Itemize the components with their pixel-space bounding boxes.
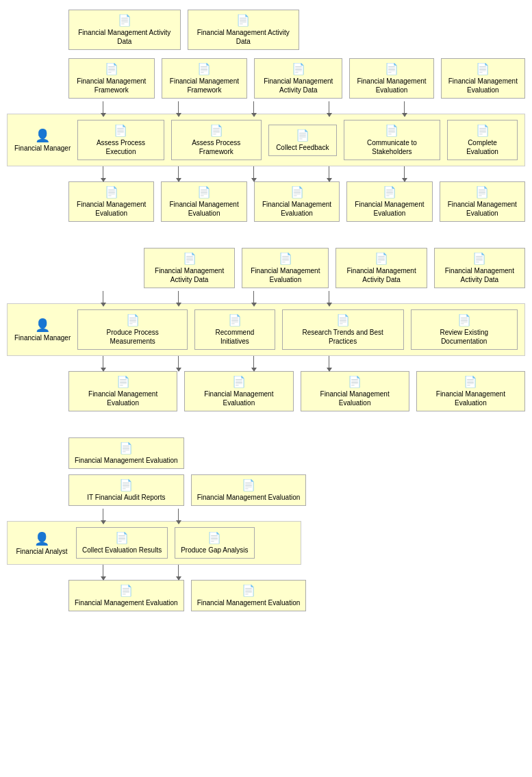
arrow-col xyxy=(294,356,363,368)
task-label: Recommend Initiatives xyxy=(201,328,269,346)
arrow-down xyxy=(253,291,254,303)
tasks: 📄 Assess Process Execution 📄 Assess Proc… xyxy=(77,120,518,160)
data-label: Financial Management Evaluation xyxy=(353,200,426,218)
data-label: Financial Management Evaluation xyxy=(260,200,333,218)
data-label: Financial Management Evaluation xyxy=(75,598,178,607)
task-collect-evaluation-results[interactable]: 📄 Collect Evaluation Results xyxy=(76,527,168,559)
section2-output-items: 📄 Financial Management Evaluation 📄 Fina… xyxy=(68,371,525,411)
document-icon: 📄 xyxy=(105,62,118,75)
data-label: Financial Management Activity Data xyxy=(260,77,336,94)
arrow-down xyxy=(178,356,179,368)
document-icon: 📄 xyxy=(207,531,221,544)
data-label: Financial Management Activity Data xyxy=(342,266,420,284)
gap2 xyxy=(0,414,532,435)
data-box: 📄 Financial Management Evaluation xyxy=(191,580,307,611)
document-icon: 📄 xyxy=(457,314,471,327)
arrow-down xyxy=(329,356,329,368)
actor-icon: 👤 xyxy=(35,128,50,143)
arrow-down xyxy=(329,291,329,303)
actor-financial-analyst: 👤 Financial Analyst xyxy=(14,531,69,555)
data-label: Financial Management Activity Data xyxy=(75,28,175,46)
task-label: Assess Process Framework xyxy=(177,138,255,156)
data-label: Financial Management Evaluation xyxy=(355,77,427,94)
data-label: Financial Management Activity Data xyxy=(194,28,294,46)
section1-output-row1: 📄 Financial Management Evaluation 📄 Fina… xyxy=(7,179,525,225)
actor-financial-manager: 👤 Financial Manager xyxy=(14,128,71,152)
section3-output-row: 📄 Financial Management Evaluation 📄 Fina… xyxy=(7,577,525,614)
data-box: 📄 IT Financial Audit Reports xyxy=(68,474,184,506)
swimlane2: 👤 Financial Manager 📄 Produce Process Me… xyxy=(7,303,525,356)
section3-output-items: 📄 Financial Management Evaluation 📄 Fina… xyxy=(68,580,525,611)
document-icon: 📄 xyxy=(228,314,242,327)
arrow-col xyxy=(68,291,137,303)
diagram: 📄 Financial Management Activity Data 📄 F… xyxy=(0,0,532,635)
data-label: Financial Management Evaluation xyxy=(447,77,519,94)
arrow-down xyxy=(178,101,179,114)
data-label: Financial Management Evaluation xyxy=(307,390,403,407)
task-label: Collect Feedback xyxy=(276,143,329,152)
data-label: Financial Management Evaluation xyxy=(197,493,301,502)
arrow-down xyxy=(103,291,103,303)
document-icon: 📄 xyxy=(183,252,197,265)
section1-input-row1: 📄 Financial Management Activity Data 📄 F… xyxy=(7,7,525,53)
data-box: 📄 Financial Management Evaluation xyxy=(68,580,184,611)
arrow-down xyxy=(404,166,405,179)
task-label: Produce Process Measurements xyxy=(84,328,181,346)
data-box: 📄 Financial Management Evaluation xyxy=(254,181,340,222)
arrows-from-swimlane3 xyxy=(7,565,525,577)
arrow-col xyxy=(68,356,137,368)
document-icon: 📄 xyxy=(383,186,396,199)
document-icon: 📄 xyxy=(116,375,130,388)
task-label: Review Existing Documentation xyxy=(417,328,511,346)
document-icon: 📄 xyxy=(236,14,250,27)
task-assess-process-framework[interactable]: 📄 Assess Process Framework xyxy=(171,120,262,160)
task-assess-process-execution[interactable]: 📄 Assess Process Execution xyxy=(77,120,164,160)
bottom-gap xyxy=(0,614,532,628)
task-communicate-stakeholders[interactable]: 📄 Communicate to Stakeholders xyxy=(344,120,440,160)
section1-input-row2: 📄 Financial Management Framework 📄 Finan… xyxy=(7,55,525,101)
arrow-down xyxy=(329,166,329,179)
document-icon: 📄 xyxy=(279,252,292,265)
section1-input-items2: 📄 Financial Management Framework 📄 Finan… xyxy=(68,58,525,99)
data-box: 📄 Financial Management Activity Data xyxy=(68,10,181,50)
actor-icon: 👤 xyxy=(35,318,50,333)
document-icon: 📄 xyxy=(232,375,246,388)
arrow-col xyxy=(68,509,137,521)
arrow-down xyxy=(178,509,179,521)
data-box: 📄 Financial Management Evaluation xyxy=(68,371,177,411)
arrow-col xyxy=(144,291,212,303)
arrow-col xyxy=(144,101,212,114)
document-icon: 📄 xyxy=(475,186,489,199)
data-box: 📄 Financial Management Evaluation xyxy=(191,474,307,506)
arrow-col xyxy=(294,291,363,303)
actor-financial-manager-2: 👤 Financial Manager xyxy=(14,318,71,342)
data-label: Financial Management Evaluation xyxy=(197,598,301,607)
gap1 xyxy=(0,225,532,245)
task-complete-evaluation[interactable]: 📄 Complete Evaluation xyxy=(447,120,518,160)
actor-label: Financial Manager xyxy=(14,334,71,342)
task-produce-gap-analysis[interactable]: 📄 Produce Gap Analysis xyxy=(175,527,254,559)
data-label: Financial Management Evaluation xyxy=(75,456,178,465)
section2-input-items: 📄 Financial Management Activity Data 📄 F… xyxy=(68,248,525,288)
data-label: Financial Management Evaluation xyxy=(422,390,519,407)
swimlane3: 👤 Financial Analyst 📄 Collect Evaluation… xyxy=(7,521,301,565)
document-icon: 📄 xyxy=(375,252,388,265)
document-icon: 📄 xyxy=(197,186,211,199)
task-label: Produce Gap Analysis xyxy=(181,546,248,555)
section3-input-items: 📄 Financial Management Evaluation 📄 IT F… xyxy=(68,437,525,506)
task-collect-feedback[interactable]: 📄 Collect Feedback xyxy=(268,125,337,156)
arrow-col xyxy=(144,166,212,179)
stack-col0: 📄 Financial Management Evaluation 📄 IT F… xyxy=(68,437,184,506)
data-box: 📄 Financial Management Evaluation xyxy=(441,58,525,99)
data-box: 📄 Financial Management Evaluation xyxy=(184,371,293,411)
data-box: 📄 Financial Management Evaluation xyxy=(301,371,409,411)
task-research-trends[interactable]: 📄 Research Trends and Best Practices xyxy=(282,309,404,350)
task-produce-process-measurements[interactable]: 📄 Produce Process Measurements xyxy=(77,309,188,350)
task-review-existing-docs[interactable]: 📄 Review Existing Documentation xyxy=(411,309,518,350)
arrow-items xyxy=(68,291,525,303)
arrow-down xyxy=(103,101,103,114)
arrows-from-swimlane2 xyxy=(7,356,525,368)
task-recommend-initiatives[interactable]: 📄 Recommend Initiatives xyxy=(194,309,275,350)
task-label: Complete Evaluation xyxy=(453,138,511,156)
document-icon: 📄 xyxy=(105,186,118,199)
